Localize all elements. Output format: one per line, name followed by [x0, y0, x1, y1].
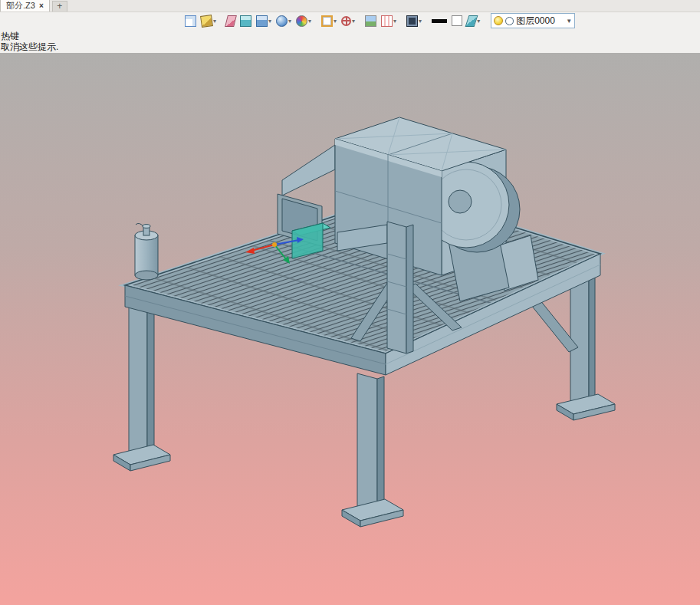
dropdown-arrow-icon[interactable]: ▾	[213, 18, 216, 25]
dropdown-arrow-icon[interactable]: ▾	[268, 18, 271, 25]
model-viewport[interactable]	[0, 53, 700, 605]
monitor-icon-glyph	[406, 15, 418, 27]
line-width-swatch[interactable]	[429, 11, 449, 31]
dropdown-arrow-icon[interactable]: ▾	[477, 18, 480, 25]
layers-icon[interactable]: ▾	[465, 11, 482, 31]
paint-bucket-icon-glyph	[200, 15, 213, 28]
view-toolbar: ▾▾▾▾▾▾▾▾▾	[182, 11, 488, 31]
toolbar-separator	[424, 12, 429, 29]
dropdown-arrow-icon[interactable]: ▾	[419, 18, 422, 25]
image-icon[interactable]	[363, 11, 379, 31]
tab-close-icon[interactable]: ×	[39, 2, 44, 10]
dropdown-arrow-icon[interactable]: ▾	[393, 18, 396, 25]
storage-tank	[135, 223, 158, 280]
line-width-swatch-glyph	[432, 19, 447, 23]
layers-icon-glyph	[465, 15, 478, 27]
render-mode-icon[interactable]: ▾	[274, 11, 294, 31]
new-tab-button[interactable]: +	[52, 1, 67, 12]
monitor-icon[interactable]: ▾	[404, 11, 424, 31]
section-view-icon-glyph	[321, 15, 333, 27]
image-icon-glyph	[365, 15, 376, 27]
print-preview-icon[interactable]	[182, 11, 199, 31]
render-mode-icon-glyph	[276, 15, 288, 27]
dropdown-arrow-icon[interactable]: ▾	[352, 18, 355, 25]
dropdown-arrow-icon[interactable]: ▾	[334, 18, 337, 25]
dropdown-arrow-icon[interactable]: ▾	[288, 18, 291, 25]
display-mode-icon-glyph	[256, 15, 268, 27]
toolbar-separator	[399, 12, 404, 29]
color-wheel-icon[interactable]: ▾	[294, 11, 314, 31]
hint-line-1: 热键	[1, 31, 58, 41]
dropdown-arrow-icon[interactable]: ▾	[308, 18, 311, 25]
layer-combo-dropdown-arrow[interactable]: ▼	[566, 18, 572, 25]
clip-plane-icon[interactable]: ▾	[379, 11, 399, 31]
toolbar-separator	[482, 12, 488, 29]
print-preview-icon-glyph	[185, 15, 196, 27]
display-mode-icon[interactable]: ▾	[254, 11, 274, 31]
document-tab[interactable]: 部分.Z3 ×	[0, 0, 50, 12]
background-swatch-glyph	[452, 15, 462, 26]
shaded-solid-icon-glyph	[240, 15, 251, 27]
lightbulb-icon	[494, 16, 503, 25]
eraser-icon-glyph	[225, 15, 237, 27]
point-snap-icon-glyph	[341, 16, 351, 26]
hint-line-2: 取消这些提示.	[1, 41, 58, 52]
eraser-icon[interactable]	[224, 11, 238, 31]
color-wheel-icon-glyph	[296, 15, 307, 27]
toolbar-separator	[219, 12, 224, 29]
layer-combo-value: 图层0000	[516, 15, 564, 28]
view-toolbar-container: ▾▾▾▾▾▾▾▾▾ 图层0000 ▼	[182, 12, 575, 30]
hint-text: 热键 取消这些提示.	[1, 31, 58, 52]
background-swatch[interactable]	[449, 11, 465, 31]
section-view-icon[interactable]: ▾	[319, 11, 339, 31]
model-canvas[interactable]	[0, 53, 700, 604]
shaded-solid-icon[interactable]	[238, 11, 254, 31]
toolbar-separator	[314, 12, 319, 29]
tab-label: 部分.Z3	[6, 0, 35, 12]
paint-bucket-icon[interactable]: ▾	[199, 11, 219, 31]
clip-plane-icon-glyph	[381, 15, 393, 27]
toolbar-separator	[357, 12, 363, 29]
layer-color-circle-icon	[505, 17, 514, 25]
point-snap-icon[interactable]: ▾	[339, 11, 357, 31]
layer-combo[interactable]: 图层0000 ▼	[491, 13, 575, 28]
